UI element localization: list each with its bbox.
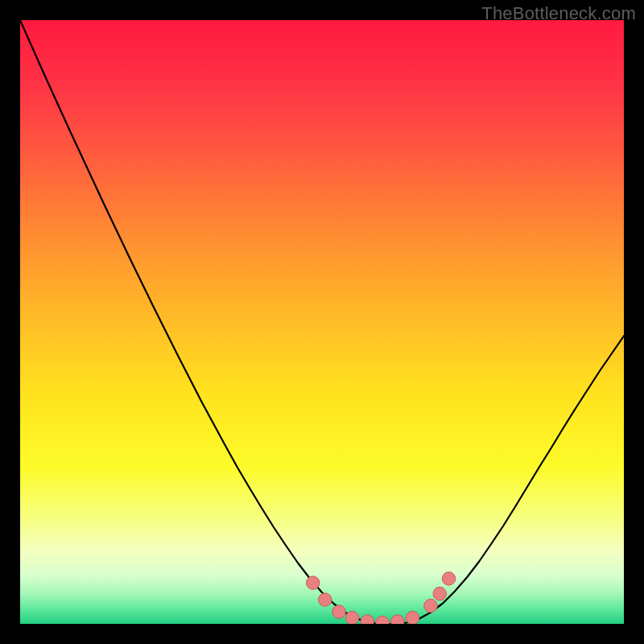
marker-dot: [319, 593, 332, 607]
marker-dot: [361, 615, 374, 624]
watermark-text: TheBottleneck.com: [481, 3, 636, 24]
bottleneck-curve-chart: [20, 20, 624, 624]
plot-area: [20, 20, 624, 624]
marker-dot: [332, 605, 346, 619]
marker-dot: [391, 615, 405, 624]
marker-dot: [345, 611, 359, 624]
marker-dot: [424, 599, 438, 613]
marker-dot: [433, 587, 447, 601]
marker-dot: [307, 576, 320, 590]
gradient-background: [20, 20, 624, 624]
marker-dot: [406, 611, 419, 624]
marker-dot: [442, 572, 456, 586]
chart-frame: TheBottleneck.com: [0, 0, 644, 644]
